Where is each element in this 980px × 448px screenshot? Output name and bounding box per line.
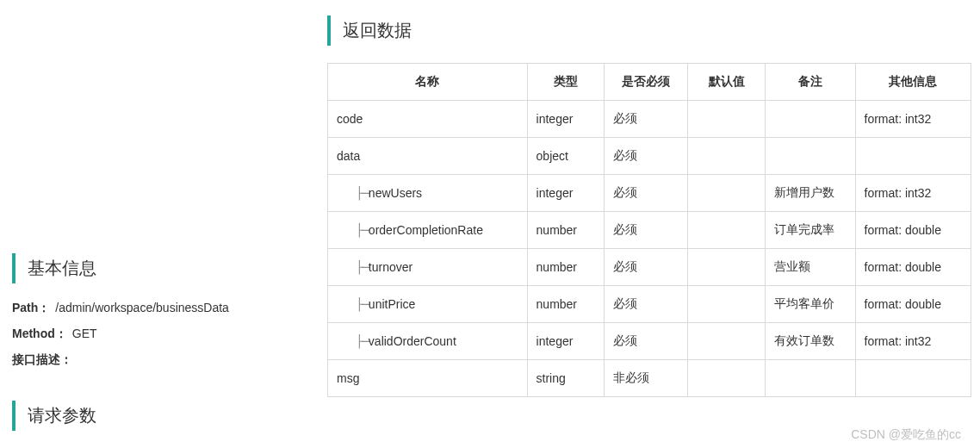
return-data-title: 返回数据 <box>327 16 971 46</box>
cell-default <box>688 212 766 249</box>
cell-name: ├─ validOrderCount <box>328 323 528 360</box>
th-name: 名称 <box>328 64 528 101</box>
cell-name: msg <box>328 360 528 397</box>
cell-required: 必须 <box>605 323 688 360</box>
cell-type: integer <box>527 323 605 360</box>
th-type: 类型 <box>527 64 605 101</box>
field-name: msg <box>337 371 359 385</box>
cell-other: format: double <box>855 249 971 286</box>
cell-type: number <box>527 286 605 323</box>
table-row: ├─ unitPricenumber必须平均客单价format: double <box>328 286 971 323</box>
cell-name: ├─ orderCompletionRate <box>328 212 528 249</box>
cell-default <box>688 175 766 212</box>
cell-other <box>855 138 971 175</box>
cell-other: format: double <box>855 286 971 323</box>
cell-default <box>688 323 766 360</box>
table-row: ├─ validOrderCountinteger必须有效订单数format: … <box>328 323 971 360</box>
cell-default <box>688 138 766 175</box>
field-name: code <box>337 112 363 126</box>
method-value: GET <box>72 327 97 340</box>
path-row: Path：/admin/workspace/businessData <box>12 301 317 316</box>
tree-branch-icon: ├─ <box>356 297 369 311</box>
cell-type: string <box>527 360 605 397</box>
path-label: Path： <box>12 301 50 314</box>
request-params-title: 请求参数 <box>12 401 317 431</box>
tree-branch-icon: ├─ <box>356 334 369 348</box>
tree-branch-icon: ├─ <box>356 186 369 200</box>
cell-other: format: int32 <box>855 175 971 212</box>
cell-name: data <box>328 138 528 175</box>
cell-remark: 新增用户数 <box>765 175 855 212</box>
table-row: ├─ orderCompletionRatenumber必须订单完成率forma… <box>328 212 971 249</box>
desc-row: 接口描述： <box>12 352 317 368</box>
cell-other: format: int32 <box>855 101 971 138</box>
cell-remark: 有效订单数 <box>765 323 855 360</box>
table-row: ├─ turnovernumber必须营业额format: double <box>328 249 971 286</box>
cell-required: 必须 <box>605 212 688 249</box>
method-label: Method： <box>12 327 67 340</box>
cell-type: object <box>527 138 605 175</box>
cell-remark: 订单完成率 <box>765 212 855 249</box>
path-value: /admin/workspace/businessData <box>55 301 229 314</box>
cell-remark: 营业额 <box>765 249 855 286</box>
cell-required: 必须 <box>605 249 688 286</box>
field-name: data <box>337 149 360 163</box>
cell-type: integer <box>527 101 605 138</box>
cell-remark <box>765 138 855 175</box>
cell-required: 必须 <box>605 101 688 138</box>
cell-remark: 平均客单价 <box>765 286 855 323</box>
cell-default <box>688 286 766 323</box>
cell-name: ├─ unitPrice <box>328 286 528 323</box>
cell-remark <box>765 101 855 138</box>
field-name: turnover <box>369 260 412 274</box>
cell-other <box>855 360 971 397</box>
method-row: Method：GET <box>12 327 317 342</box>
cell-name: ├─ turnover <box>328 249 528 286</box>
field-name: orderCompletionRate <box>369 223 483 237</box>
cell-type: integer <box>527 175 605 212</box>
desc-label: 接口描述： <box>12 352 72 366</box>
cell-default <box>688 249 766 286</box>
cell-type: number <box>527 249 605 286</box>
table-header-row: 名称 类型 是否必须 默认值 备注 其他信息 <box>328 64 971 101</box>
cell-name: code <box>328 101 528 138</box>
table-row: codeinteger必须format: int32 <box>328 101 971 138</box>
cell-default <box>688 360 766 397</box>
left-panel: 基本信息 Path：/admin/workspace/businessData … <box>0 0 327 448</box>
field-name: validOrderCount <box>369 334 456 348</box>
th-remark: 备注 <box>765 64 855 101</box>
right-panel: 返回数据 名称 类型 是否必须 默认值 备注 其他信息 codeinteger必… <box>327 0 980 448</box>
cell-required: 必须 <box>605 286 688 323</box>
field-name: newUsers <box>369 186 422 200</box>
cell-other: format: int32 <box>855 323 971 360</box>
th-req: 是否必须 <box>605 64 688 101</box>
cell-required: 必须 <box>605 175 688 212</box>
cell-type: number <box>527 212 605 249</box>
cell-other: format: double <box>855 212 971 249</box>
table-row: msgstring非必须 <box>328 360 971 397</box>
tree-branch-icon: ├─ <box>356 260 369 274</box>
th-def: 默认值 <box>688 64 766 101</box>
table-row: ├─ newUsersinteger必须新增用户数format: int32 <box>328 175 971 212</box>
cell-remark <box>765 360 855 397</box>
cell-name: ├─ newUsers <box>328 175 528 212</box>
basic-info-title: 基本信息 <box>12 253 317 283</box>
field-name: unitPrice <box>369 297 415 311</box>
tree-branch-icon: ├─ <box>356 223 369 237</box>
cell-required: 非必须 <box>605 360 688 397</box>
th-other: 其他信息 <box>855 64 971 101</box>
cell-required: 必须 <box>605 138 688 175</box>
basic-info-block: Path：/admin/workspace/businessData Metho… <box>12 301 317 378</box>
table-row: dataobject必须 <box>328 138 971 175</box>
response-table: 名称 类型 是否必须 默认值 备注 其他信息 codeinteger必须form… <box>327 63 971 397</box>
cell-default <box>688 101 766 138</box>
